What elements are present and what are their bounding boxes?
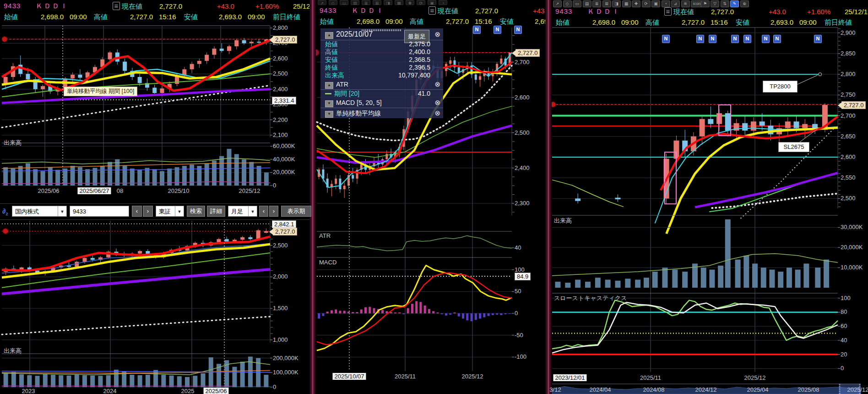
news-flag-icon[interactable]: N: [473, 26, 481, 34]
legend-volume-label: 出来高: [325, 71, 344, 79]
sma-tooltip: 単純移動平均線 期間 [100]: [64, 87, 137, 96]
symbol-next-button[interactable]: ›: [143, 206, 153, 217]
open-time: 09:00: [385, 17, 403, 25]
toolbar-icon-p2-1[interactable]: ◇: [329, 0, 337, 5]
collapse-icon[interactable]: ▲: [325, 82, 333, 89]
open-price: 2,698.0: [41, 13, 64, 21]
quote-header: 9433 ＫＤＤＩ ≡ 現在値 2,727.0 +43.0 +1.60% 25/…: [552, 7, 868, 31]
toolbar-icon-18[interactable]: ✎: [730, 0, 739, 7]
stop-loss-label[interactable]: SL2675: [778, 142, 809, 152]
toolbar-icon-p2-9[interactable]: ⟳: [417, 0, 425, 5]
panel-splitter-1[interactable]: [309, 0, 316, 394]
toolbar-icon-15[interactable]: ⚑: [701, 0, 710, 7]
news-flag-icon[interactable]: N: [709, 35, 716, 43]
expand-icon[interactable]: ▼: [325, 111, 333, 118]
toolbar-icon-11[interactable]: ◔: [662, 0, 670, 7]
period-prev-button[interactable]: ‹: [259, 206, 268, 217]
open-label: 始値: [556, 18, 570, 27]
price-badge: 2,727.0: [273, 36, 297, 44]
symbol-input[interactable]: [70, 206, 129, 217]
axis-tick-label: 2,600: [273, 55, 288, 62]
search-button[interactable]: 検索: [187, 206, 205, 217]
toolbar-icon-9[interactable]: ⟳: [642, 0, 651, 7]
toolbar-icon-19[interactable]: ⊕: [740, 0, 749, 7]
collapse-icon[interactable]: ▲: [325, 32, 333, 39]
axis-tick-label: -50: [515, 332, 523, 339]
exchange-dropdown[interactable]: 東証 ▼: [156, 206, 184, 217]
expand-icon[interactable]: ▼: [325, 100, 333, 107]
toolbar-icon-p2-8[interactable]: ✚: [406, 0, 414, 5]
period-next-button[interactable]: ›: [269, 206, 278, 217]
news-flag-icon[interactable]: N: [762, 35, 770, 43]
toolbar-icon-16[interactable]: ▽: [711, 0, 719, 7]
toolbar-icon-p2-4[interactable]: ≣: [362, 0, 370, 5]
news-flag-icon[interactable]: N: [514, 26, 522, 34]
pane-title: 出来高: [4, 347, 22, 355]
toolbar-icon-p2-6[interactable]: ◨: [384, 0, 392, 5]
period-dropdown[interactable]: 月足 ▼: [228, 206, 257, 217]
price-badge: 2,727.0: [273, 228, 297, 235]
toolbar-icon-4[interactable]: ≣: [592, 0, 601, 7]
news-flag-icon[interactable]: N: [773, 35, 781, 43]
close-icon[interactable]: ⊗: [434, 108, 440, 118]
pane-title: 出来高: [4, 139, 22, 147]
atr-period-label: 期間 [20]: [334, 90, 359, 97]
quote-detail-icon[interactable]: ≡: [113, 2, 120, 10]
low-label: 安値: [736, 18, 749, 27]
news-flag-icon[interactable]: N: [814, 35, 822, 43]
toolbar-icon-7[interactable]: ▦: [622, 0, 631, 7]
toolbar-icon-1[interactable]: ◇: [563, 0, 572, 7]
toolbar-icon-0[interactable]: ↗: [553, 0, 562, 7]
symbol-prev-button[interactable]: ‹: [132, 206, 142, 217]
close-icon[interactable]: ⊗: [434, 98, 440, 108]
quote-detail-icon[interactable]: ≡: [429, 6, 436, 15]
axis-tick-label: 0: [273, 383, 276, 390]
market-dropdown[interactable]: 国内株式 ▼: [12, 206, 67, 217]
take-profit-label[interactable]: TP2800: [763, 81, 797, 93]
toolbar-icon-8[interactable]: ✚: [632, 0, 640, 7]
toolbar-icon-p2-5[interactable]: ⊞: [373, 0, 381, 5]
toolbar-icon-p2-11[interactable]: ◔: [439, 0, 447, 5]
toolbar-icon-13[interactable]: ≋: [681, 0, 690, 7]
panel-splitter-2[interactable]: [545, 0, 552, 394]
close-icon[interactable]: ⊗: [434, 79, 440, 89]
open-label: 始値: [320, 17, 334, 26]
toolbar-icon-2[interactable]: ▭: [573, 0, 581, 7]
axis-tick-label: 40,000K: [273, 156, 295, 163]
date-label: 2025/10: [168, 187, 190, 194]
display-period-button[interactable]: 表示期: [281, 206, 311, 217]
detail-button[interactable]: 詳細: [207, 206, 225, 217]
toolbar-icon-12[interactable]: ⊿: [671, 0, 680, 7]
overlays: 9433 ＫＤＤＩ ≡ 現在値 2,727.0 +43.0 +1.60% 25/…: [0, 0, 868, 394]
link-icon[interactable]: ∂2: [2, 207, 8, 216]
toolbar-icon-p2-2[interactable]: ▭: [340, 0, 348, 5]
date-label: 2023/12/01: [553, 374, 586, 381]
news-flag-icon[interactable]: N: [743, 35, 751, 43]
news-flag-icon[interactable]: N: [662, 35, 670, 43]
open-label: 始値: [4, 13, 18, 22]
toolbar-icon-p2-7[interactable]: ▦: [395, 0, 403, 5]
axis-tick-label: 200,000K: [273, 355, 298, 361]
toolbar-icon-p2-10[interactable]: ▣: [428, 0, 436, 5]
chevron-down-icon: ▼: [58, 206, 66, 216]
toolbar-icon-p2-0[interactable]: ↗: [318, 0, 326, 5]
news-flag-icon[interactable]: N: [731, 35, 739, 43]
stock-code: 9433: [555, 7, 572, 15]
axis-tick-label: 2,300: [515, 200, 530, 207]
news-flag-icon[interactable]: N: [696, 35, 704, 43]
toolbar-icon-3[interactable]: ▤: [583, 0, 591, 7]
news-flag-icon[interactable]: N: [494, 26, 501, 34]
open-price: 2,698.0: [592, 18, 615, 26]
toolbar-icon-10[interactable]: ▣: [651, 0, 660, 7]
axis-tick-label: 20: [841, 351, 847, 358]
toolbar-icon-17[interactable]: ⇅: [721, 0, 729, 7]
legend-high-label: 高値: [325, 48, 338, 55]
quote-detail-icon[interactable]: ≡: [664, 7, 672, 16]
low-price: 2,693.0: [535, 17, 545, 25]
pane-title: スローストキャスティクス: [554, 294, 627, 302]
toolbar-icon-5[interactable]: ⊞: [602, 0, 611, 7]
toolbar-icon-6[interactable]: ◨: [612, 0, 621, 7]
date-label: 2025/06: [204, 388, 229, 394]
axis-tick-label: 2,000: [273, 273, 288, 280]
toolbar-icon-p2-3[interactable]: ▤: [351, 0, 359, 5]
